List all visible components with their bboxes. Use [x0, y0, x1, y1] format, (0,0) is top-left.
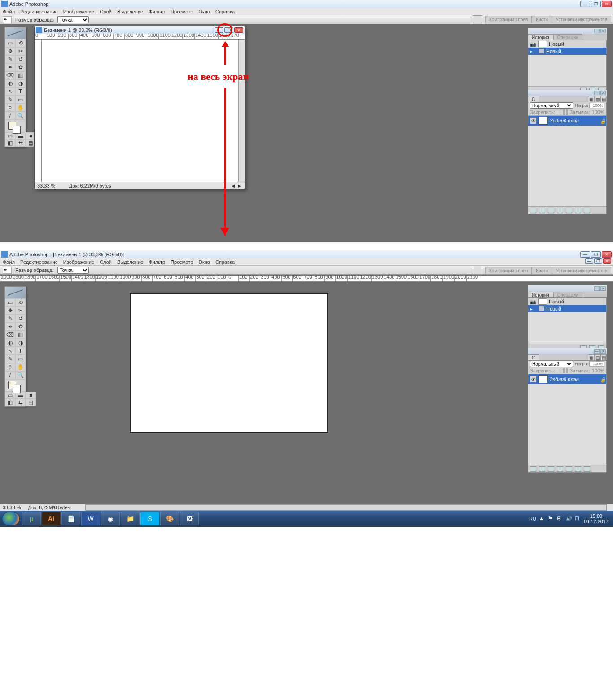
tool-dodge[interactable]: T — [15, 347, 26, 355]
mask-icon[interactable] — [548, 208, 554, 213]
trash-icon-2[interactable] — [584, 466, 590, 472]
tool-magicwand[interactable]: ✂ — [15, 47, 26, 55]
lock-pos-icon[interactable] — [563, 109, 565, 115]
tool-blur[interactable]: ↖ — [5, 347, 15, 355]
scrollbar-horizontal-2[interactable] — [85, 504, 607, 511]
layers-opt3-2[interactable]: ▤ — [600, 354, 607, 360]
tool-eyedropper[interactable]: 🔍 — [15, 371, 26, 379]
background-swatch[interactable] — [13, 126, 21, 134]
tool-pen[interactable]: ◊ — [5, 104, 15, 112]
tool-gradient[interactable]: ◑ — [15, 339, 26, 347]
tray-flag-icon[interactable]: ▲ — [539, 516, 545, 522]
tool-brush[interactable]: ✿ — [15, 63, 26, 71]
tool-lasso[interactable]: ✥ — [5, 47, 15, 55]
lock-pixels-2[interactable] — [560, 368, 561, 373]
tray-app-icon[interactable]: ☐ — [575, 516, 581, 522]
panel-min-2[interactable]: — — [594, 286, 600, 291]
minimize-button-2[interactable]: — — [580, 251, 590, 258]
tool-history-brush[interactable]: ▥ — [15, 71, 26, 79]
tool-move[interactable]: ⟲ — [15, 39, 26, 47]
canvas-2[interactable] — [130, 293, 328, 433]
tool-marquee[interactable]: ▭ — [5, 39, 15, 47]
tool-shape[interactable]: ✋ — [15, 363, 26, 371]
layers-tab-2[interactable]: С — [528, 354, 539, 360]
layer-row[interactable]: 👁 Задний план 🔒 — [528, 116, 606, 126]
link-icon-2[interactable] — [530, 466, 536, 472]
snapshot-icon-2[interactable]: 📷 — [530, 299, 536, 304]
well-tab-brush-2[interactable]: Кисти — [532, 267, 552, 274]
lock-trans-icon[interactable] — [557, 109, 558, 115]
minimize-button[interactable]: — — [580, 1, 590, 7]
fill-value[interactable]: 100% — [592, 109, 604, 115]
tool-slice[interactable]: ↺ — [15, 55, 26, 63]
menu-просмотр[interactable]: Просмотр — [171, 259, 193, 265]
close-button[interactable]: ✕ — [602, 1, 612, 7]
tool-dodge[interactable]: T — [15, 88, 26, 96]
tool-crop[interactable]: ✎ — [5, 55, 15, 63]
tray-network-icon[interactable]: ⛨ — [557, 516, 563, 522]
menu-изображение[interactable]: Изображение — [63, 9, 94, 14]
tool-healing[interactable]: ✒ — [5, 63, 15, 71]
layers-opt3-icon[interactable]: ▤ — [600, 96, 607, 102]
tool-preset-icon-2[interactable]: ✒ — [3, 267, 12, 274]
quickmask-icon[interactable]: ◧ — [5, 140, 15, 147]
tool-brush[interactable]: ✿ — [15, 323, 26, 331]
link-icon[interactable] — [530, 208, 536, 213]
screenmode-full-2[interactable]: ■ — [26, 392, 36, 399]
menu-окно[interactable]: Окно — [198, 9, 210, 14]
tool-preset-icon[interactable]: ✒ — [3, 16, 12, 23]
well-tab-tools-2[interactable]: Установки инструментов — [552, 267, 611, 274]
tool-healing[interactable]: ✒ — [5, 323, 15, 331]
sample-size-select-2[interactable]: Точка — [57, 267, 89, 274]
actions-tab[interactable]: Операции — [553, 34, 582, 40]
tool-blur[interactable]: ↖ — [5, 88, 15, 96]
layers-opt2-icon[interactable]: ▨ — [594, 96, 600, 102]
history-root-2[interactable]: 📷 Новый — [528, 298, 606, 305]
tray-sound-icon[interactable]: 🔊 — [566, 516, 572, 522]
tool-eyedropper[interactable]: 🔍 — [15, 112, 26, 120]
layers-tab[interactable]: С — [528, 96, 539, 102]
zoom-field[interactable]: 33,33 % — [37, 183, 62, 188]
fx-icon[interactable] — [539, 208, 545, 213]
snapshot-icon[interactable]: 📷 — [530, 41, 536, 47]
close-button-2[interactable]: ✕ — [602, 251, 612, 258]
menu-выделение[interactable]: Выделение — [117, 9, 143, 14]
opacity-value[interactable]: 100% — [589, 103, 604, 108]
panel-close-2[interactable]: x — [600, 286, 606, 291]
lock-trans-2[interactable] — [557, 368, 558, 373]
menu-слой[interactable]: Слой — [100, 9, 112, 14]
taskbar-skype-icon[interactable]: S — [140, 512, 159, 525]
layer-row-2[interactable]: 👁 Задний план 🔒 — [528, 374, 606, 384]
doc-close-button[interactable]: ✕ — [234, 27, 243, 33]
canvas[interactable] — [42, 40, 238, 182]
menu-изображение[interactable]: Изображение — [63, 259, 94, 265]
tool-notes[interactable]: / — [5, 112, 15, 120]
menu-редактирование[interactable]: Редактирование — [20, 259, 58, 265]
tool-marquee[interactable]: ▭ — [5, 298, 15, 306]
panel-min-icon[interactable]: — — [594, 29, 600, 33]
menu-выделение[interactable]: Выделение — [117, 259, 143, 265]
trash-icon[interactable] — [584, 208, 590, 213]
color-swatches[interactable] — [5, 120, 26, 132]
lock-pos-2[interactable] — [563, 368, 565, 373]
fx-icon-2[interactable] — [539, 466, 545, 472]
tool-lasso[interactable]: ✥ — [5, 306, 15, 315]
well-tab-brushes[interactable]: Кисти — [532, 16, 552, 23]
tool-notes[interactable]: / — [5, 371, 15, 379]
maximize-button[interactable]: ❐ — [591, 1, 601, 7]
tool-eraser[interactable]: ◐ — [5, 339, 15, 347]
group-icon-2[interactable] — [566, 466, 572, 472]
menu-просмотр[interactable]: Просмотр — [171, 9, 193, 14]
tool-move[interactable]: ⟲ — [15, 298, 26, 306]
background-swatch-2[interactable] — [13, 385, 21, 393]
sample-size-select[interactable]: Точка — [57, 16, 89, 23]
taskbar-chrome-icon[interactable]: ◉ — [101, 512, 120, 525]
taskbar-illustrator-icon[interactable]: Ai — [42, 512, 61, 525]
menu-фильтр[interactable]: Фильтр — [149, 259, 165, 265]
scrollbar-vertical[interactable] — [238, 40, 245, 182]
blend-mode-2[interactable]: Нормальный — [530, 361, 573, 367]
layers-opt1-icon[interactable]: ▦ — [588, 96, 594, 102]
clock[interactable]: 15:09 03.12.2017 — [584, 513, 609, 524]
start-button[interactable] — [2, 512, 20, 525]
fill-value-2[interactable]: 100% — [592, 368, 604, 373]
